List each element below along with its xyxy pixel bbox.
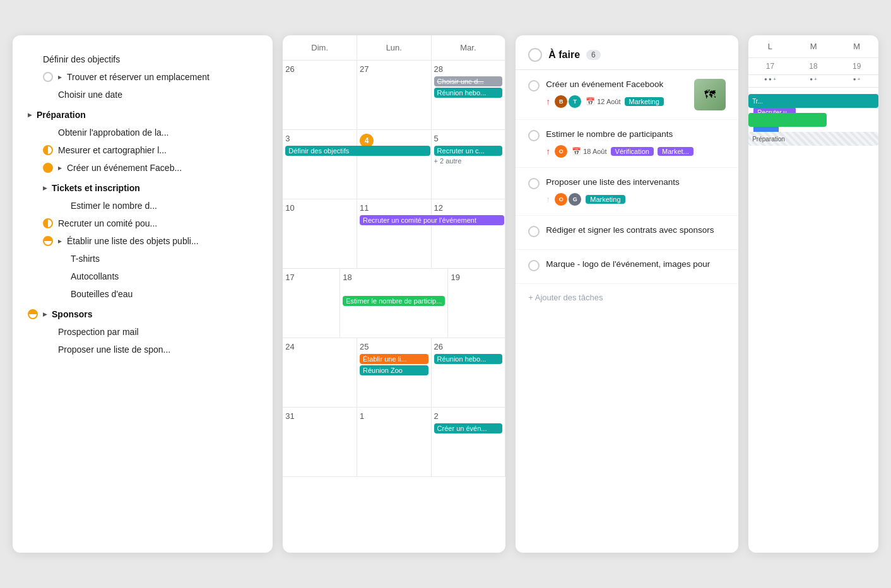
collapse-arrow-icon[interactable]: ▸ bbox=[28, 110, 32, 119]
task-complete-circle[interactable] bbox=[528, 260, 540, 271]
task-status-icon bbox=[43, 145, 53, 155]
calendar-date-number: 19 bbox=[451, 273, 502, 282]
collapse-arrow-icon[interactable]: ▸ bbox=[58, 73, 62, 81]
list-item[interactable]: ▸Trouver et réserver un emplacement bbox=[23, 68, 263, 86]
list-item[interactable]: Prospection par mail bbox=[23, 323, 263, 341]
task-complete-circle[interactable] bbox=[528, 226, 540, 237]
list-item[interactable]: Recruter un comité pou... bbox=[23, 215, 263, 232]
list-item[interactable]: T-shirts bbox=[23, 250, 263, 268]
collapse-arrow-icon[interactable]: ▸ bbox=[43, 310, 47, 319]
list-item-label: Établir une liste des objets publi... bbox=[67, 236, 199, 246]
task-tag-secondary[interactable]: Market... bbox=[658, 147, 693, 156]
calendar-event[interactable]: Recruter un comité pour l'événement bbox=[360, 215, 504, 225]
calendar-cell[interactable]: 27 bbox=[357, 61, 432, 129]
calendar-cell[interactable]: 24 bbox=[283, 338, 357, 407]
calendar-event[interactable]: Établir une li... bbox=[360, 354, 428, 364]
list-item[interactable]: Définir des objectifs bbox=[23, 50, 263, 68]
list-item-label: Choisir une date bbox=[58, 90, 122, 100]
calendar-cell[interactable]: 26 bbox=[283, 61, 357, 129]
calendar-event[interactable]: Créer un évén... bbox=[434, 423, 503, 433]
list-item-label: Mesurer et cartographier l... bbox=[58, 145, 167, 155]
list-item[interactable]: Bouteilles d'eau bbox=[23, 285, 263, 303]
calendar-event[interactable]: Réunion hebo... bbox=[434, 88, 503, 98]
calendar-day-header: Mar. bbox=[432, 35, 506, 60]
calendar-event-more[interactable]: + 2 autre bbox=[434, 157, 503, 165]
task-content: Marque - logo de l'événement, images pou… bbox=[546, 259, 726, 274]
task-item[interactable]: Créer un événement Facebook↑BT📅 12 AoûtM… bbox=[516, 70, 738, 120]
collapse-arrow-icon[interactable]: ▸ bbox=[58, 163, 62, 172]
calendar-cell[interactable]: 1 bbox=[357, 408, 432, 476]
calendar-date-number: 25 bbox=[360, 342, 428, 351]
calendar-date-number: 11 bbox=[360, 203, 428, 213]
calendar-date-number: 10 bbox=[285, 203, 354, 213]
calendar-cell[interactable]: 11Recruter un comité pour l'événement bbox=[357, 199, 432, 268]
list-item[interactable]: ▸Tickets et inscription bbox=[23, 179, 263, 197]
task-title: Créer un événement Facebook bbox=[546, 79, 688, 91]
list-item[interactable]: ▸Créer un événement Faceb... bbox=[23, 159, 263, 177]
calendar-cell[interactable]: 2Créer un évén... bbox=[432, 408, 506, 476]
calendar-event[interactable]: Estimer le nombre de particip... bbox=[343, 296, 445, 306]
task-status-icon bbox=[43, 90, 53, 100]
task-title: Marque - logo de l'événement, images pou… bbox=[546, 259, 726, 271]
calendar-date-number: 17 bbox=[285, 273, 337, 282]
list-item[interactable]: Proposer une liste de spon... bbox=[23, 341, 263, 358]
collapse-arrow-icon[interactable]: ▸ bbox=[43, 184, 47, 192]
preparation-label: Préparation bbox=[752, 136, 785, 143]
calendar-week-row: 2425Établir une li...Réunion Zoo26Réunio… bbox=[283, 338, 505, 408]
task-status-icon bbox=[28, 309, 38, 319]
calendar-cell[interactable]: 26Réunion hebo... bbox=[432, 338, 506, 407]
task-item[interactable]: Rédiger et signer les contrats avec spon… bbox=[516, 216, 738, 250]
task-item[interactable]: Estimer le nombre de participants↑O📅 18 … bbox=[516, 120, 738, 168]
list-item[interactable]: Autocollants bbox=[23, 268, 263, 285]
calendar-cell[interactable]: 10 bbox=[283, 199, 357, 268]
calendar-cell[interactable]: 31 bbox=[283, 408, 357, 476]
task-complete-circle[interactable] bbox=[528, 130, 540, 141]
list-item[interactable]: ▸Établir une liste des objets publi... bbox=[23, 232, 263, 250]
calendar-event[interactable]: Réunion Zoo bbox=[360, 365, 428, 375]
calendar-cell[interactable]: 3Définir des objectifs bbox=[283, 130, 357, 199]
task-status-icon bbox=[43, 327, 53, 337]
calendar-cell[interactable]: 17 bbox=[283, 269, 340, 338]
task-tag[interactable]: Marketing bbox=[586, 195, 625, 204]
list-item-label: Tickets et inscription bbox=[52, 183, 140, 193]
calendar-cell[interactable]: 28Choisir une d...Réunion hebo... bbox=[432, 61, 506, 129]
calendar-event[interactable]: Définir des objectifs bbox=[285, 146, 430, 156]
task-complete-circle[interactable] bbox=[528, 178, 540, 189]
gantt-dot-cell: ● + bbox=[835, 76, 878, 82]
task-item[interactable]: Marque - logo de l'événement, images pou… bbox=[516, 250, 738, 284]
task-item[interactable]: Proposer une liste des intervenants↑OGMa… bbox=[516, 168, 738, 216]
calendar-cell[interactable]: 12 bbox=[432, 199, 506, 268]
list-item[interactable]: Obtenir l'approbation de la... bbox=[23, 124, 263, 141]
list-item-label: Proposer une liste de spon... bbox=[58, 344, 170, 355]
list-item[interactable]: Choisir une date bbox=[23, 86, 263, 103]
list-item[interactable]: ▸Préparation bbox=[23, 106, 263, 124]
collapse-arrow-icon[interactable]: ▸ bbox=[58, 237, 62, 245]
calendar-cell[interactable]: 4 bbox=[357, 130, 432, 199]
calendar-icon: 📅 bbox=[572, 147, 581, 156]
calendar-cell[interactable]: 25Établir une li...Réunion Zoo bbox=[357, 338, 432, 407]
calendar-event[interactable]: Réunion hebo... bbox=[434, 354, 503, 364]
task-content: Proposer une liste des intervenants↑OGMa… bbox=[546, 177, 726, 206]
task-tag[interactable]: Marketing bbox=[625, 97, 664, 106]
task-tag[interactable]: Vérification bbox=[611, 147, 654, 156]
calendar-date-number: 24 bbox=[285, 342, 354, 351]
task-complete-circle[interactable] bbox=[528, 80, 540, 91]
list-item[interactable]: Estimer le nombre d... bbox=[23, 197, 263, 215]
add-task-button[interactable]: + Ajouter des tâches bbox=[516, 284, 738, 311]
calendar-date-number: 1 bbox=[360, 411, 428, 421]
calendar-event[interactable]: Tickets et inscription bbox=[343, 285, 445, 295]
calendar-cell[interactable]: 18Tickets et inscriptionEstimer le nombr… bbox=[340, 269, 448, 338]
list-item[interactable]: Mesurer et cartographier l... bbox=[23, 141, 263, 159]
list-item-label: Bouteilles d'eau bbox=[71, 289, 133, 299]
calendar-date-number: 5 bbox=[434, 134, 503, 143]
calendar-cell[interactable]: 19 bbox=[448, 269, 505, 338]
calendar-event[interactable]: Choisir une d... bbox=[434, 76, 503, 86]
list-item[interactable]: ▸Sponsors bbox=[23, 305, 263, 323]
gantt-dot-cell: ● ● + bbox=[748, 76, 792, 82]
task-content: Créer un événement Facebook↑BT📅 12 AoûtM… bbox=[546, 79, 688, 109]
calendar-cell[interactable]: 5Recruter un c...+ 2 autre bbox=[432, 130, 506, 199]
calendar-event[interactable]: Recruter un c... bbox=[434, 146, 503, 156]
tasks-section-title: À faire bbox=[548, 49, 580, 61]
calendar-week-row: 3Définir des objectifs45Recruter un c...… bbox=[283, 130, 505, 199]
gantt-bar-teal: Tr... bbox=[748, 94, 878, 108]
